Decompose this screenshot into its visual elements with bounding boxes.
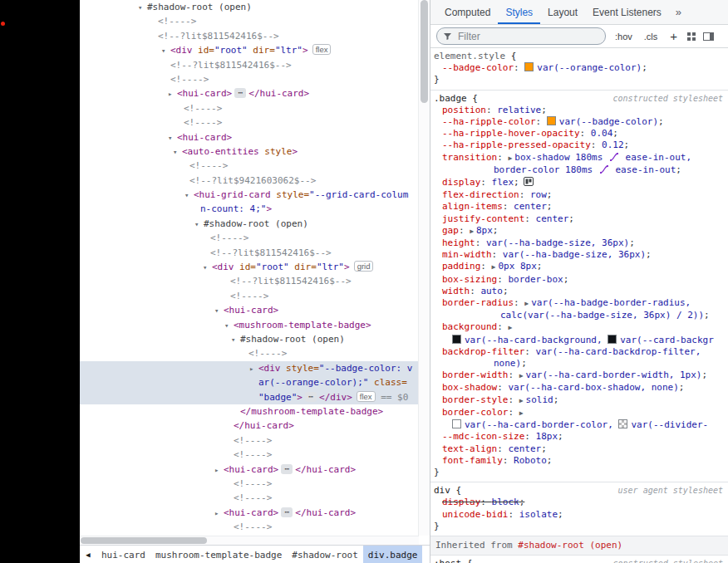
css-declaration[interactable]: calc(var(--ha-badge-size, 36px) / 2)); bbox=[430, 310, 728, 321]
grid-squares-icon[interactable] bbox=[686, 32, 696, 42]
css-declaration[interactable]: var(--ha-card-border-color, var(--divide… bbox=[430, 419, 728, 431]
tree-row[interactable]: ▾<mushroom-template-badge> bbox=[80, 318, 430, 332]
tab-styles[interactable]: Styles bbox=[498, 0, 540, 24]
expand-arrow-icon[interactable]: ▸ bbox=[214, 463, 224, 477]
tree-row[interactable]: <!----> bbox=[80, 477, 430, 491]
collapse-arrow-icon[interactable]: ▾ bbox=[224, 319, 234, 332]
css-declaration[interactable]: align-items: center; bbox=[430, 201, 728, 213]
css-declaration[interactable]: border-radius: ▶var(--ha-badge-border-ra… bbox=[430, 297, 728, 310]
expand-value-arrow-icon[interactable]: ▶ bbox=[508, 322, 512, 334]
color-swatch[interactable] bbox=[524, 62, 534, 71]
breadcrumb-item-mushroom-template-badge[interactable]: mushroom-template-badge bbox=[150, 546, 287, 563]
expand-value-arrow-icon[interactable]: ▶ bbox=[508, 153, 512, 164]
css-declaration[interactable]: gap: ▶8px; bbox=[430, 225, 728, 237]
expand-value-arrow-icon[interactable]: ▶ bbox=[519, 395, 524, 407]
color-swatch[interactable] bbox=[452, 335, 461, 344]
styles-filter-input[interactable] bbox=[456, 30, 599, 43]
tree-row[interactable]: <!----> bbox=[80, 448, 430, 462]
css-declaration[interactable]: box-sizing: border-box; bbox=[430, 274, 728, 286]
tree-row[interactable]: <!----> bbox=[80, 433, 430, 448]
collapsed-content-ellipsis[interactable]: ⋯ bbox=[305, 392, 317, 402]
css-declaration[interactable]: flex-direction: row; bbox=[430, 189, 728, 201]
breadcrumb-back-button[interactable]: ◀ bbox=[80, 546, 96, 563]
tree-row[interactable]: ▸<hui-card>⋯</hui-card> bbox=[80, 463, 430, 477]
css-declaration[interactable]: font-family: Roboto; bbox=[430, 455, 728, 467]
css-declaration[interactable]: none); bbox=[430, 358, 728, 370]
tab-layout[interactable]: Layout bbox=[540, 0, 585, 24]
tree-row[interactable]: <!----> bbox=[80, 159, 430, 173]
tree-row[interactable]: ▾<hui-card> bbox=[80, 130, 430, 144]
tree-row[interactable]: <!----> bbox=[80, 72, 430, 86]
grid-badge[interactable]: grid bbox=[354, 261, 374, 272]
vertical-scrollbar-thumb[interactable] bbox=[421, 0, 428, 103]
collapse-arrow-icon[interactable]: ▾ bbox=[231, 333, 240, 346]
tree-row[interactable]: <!--?lit$811542416$--> bbox=[80, 246, 430, 260]
tree-row[interactable]: <!--?lit$811542416$--> bbox=[80, 58, 430, 72]
tree-row[interactable]: ▾<div id="root" dir="ltr">flex bbox=[80, 43, 430, 57]
tree-vertical-scrollbar[interactable] bbox=[418, 0, 430, 536]
collapse-arrow-icon[interactable]: ▾ bbox=[203, 261, 212, 274]
pseudo-state-button[interactable]: :hov bbox=[612, 31, 635, 42]
css-declaration[interactable]: --ha-ripple-pressed-opacity: 0.12; bbox=[430, 140, 728, 151]
tree-row[interactable]: ▾<auto-entities style> bbox=[80, 144, 430, 159]
tree-row[interactable]: <!----> bbox=[80, 491, 430, 505]
css-declaration[interactable]: justify-content: center; bbox=[430, 213, 728, 225]
css-declaration[interactable]: min-width: var(--ha-badge-size, 36px); bbox=[430, 249, 728, 261]
expand-value-arrow-icon[interactable]: ▶ bbox=[470, 226, 474, 237]
tree-row[interactable]: n-count: 4;"> bbox=[80, 202, 430, 216]
inherited-node-link[interactable]: #shadow-root (open) bbox=[518, 540, 622, 551]
tree-row[interactable]: ▸<hui-card>⋯</hui-card> bbox=[80, 506, 430, 520]
flex-badge[interactable]: flex bbox=[357, 391, 376, 402]
css-declaration[interactable]: var(--ha-card-background, var(--card-bac… bbox=[430, 335, 728, 346]
flex-badge[interactable]: flex bbox=[312, 44, 332, 55]
expand-arrow-icon[interactable]: ▸ bbox=[214, 507, 224, 520]
css-declaration[interactable]: display: flex; bbox=[430, 177, 728, 189]
class-toggle-button[interactable]: .cls bbox=[642, 31, 661, 42]
css-declaration[interactable]: transition: ▶box-shadow 180ms ease-in-ou… bbox=[430, 152, 728, 164]
collapse-arrow-icon[interactable]: ▾ bbox=[214, 304, 224, 317]
color-swatch[interactable] bbox=[547, 116, 556, 125]
sidebar-toggle-icon[interactable] bbox=[703, 32, 714, 42]
color-swatch[interactable] bbox=[607, 335, 617, 344]
tree-row[interactable]: <!----> bbox=[80, 231, 430, 245]
tree-row[interactable]: </mushroom-template-badge> bbox=[80, 404, 430, 419]
collapsed-content-ellipsis[interactable]: ⋯ bbox=[234, 88, 246, 98]
tab-computed[interactable]: Computed bbox=[437, 0, 498, 24]
css-declaration[interactable]: display: block; bbox=[430, 497, 728, 508]
tree-row[interactable]: </hui-card> bbox=[80, 419, 430, 433]
new-style-rule-button[interactable]: + bbox=[667, 29, 680, 43]
breadcrumb-item-div-badge[interactable]: div.badge bbox=[363, 546, 423, 563]
tree-row[interactable]: ▾#shadow-root (open) bbox=[80, 332, 430, 346]
bezier-curve-icon[interactable] bbox=[610, 153, 618, 164]
breadcrumb-item-hui-card[interactable]: hui-card bbox=[96, 546, 150, 563]
tree-row[interactable]: ▾<hui-card> bbox=[80, 303, 430, 317]
collapse-arrow-icon[interactable]: ▾ bbox=[173, 145, 182, 159]
tree-row[interactable]: <!--?lit$811542416$--> bbox=[80, 274, 430, 288]
expand-value-arrow-icon[interactable]: ▶ bbox=[524, 298, 529, 310]
css-declaration[interactable]: border-style: ▶solid; bbox=[430, 394, 728, 407]
tab-event-listeners[interactable]: Event Listeners bbox=[585, 0, 669, 24]
tree-row[interactable]: <!--?lit$9421603062$--> bbox=[80, 174, 430, 188]
expand-value-arrow-icon[interactable]: ▶ bbox=[519, 408, 524, 419]
expand-arrow-icon[interactable]: ▸ bbox=[168, 87, 177, 100]
tree-row[interactable]: ▾<div id="root" dir="ltr">grid bbox=[80, 260, 430, 274]
tree-row[interactable]: ▸<hui-card>⋯</hui-card> bbox=[80, 86, 430, 100]
collapse-arrow-icon[interactable]: ▾ bbox=[194, 218, 204, 231]
breadcrumb-item--shadow-root[interactable]: #shadow-root bbox=[287, 546, 362, 563]
flex-editor-icon[interactable] bbox=[524, 177, 534, 189]
collapse-arrow-icon[interactable]: ▾ bbox=[138, 1, 147, 14]
collapse-arrow-icon[interactable]: ▾ bbox=[161, 44, 170, 57]
css-declaration[interactable]: --mdc-icon-size: 18px; bbox=[430, 431, 728, 443]
css-declaration[interactable]: border-color 180ms ease-in-out; bbox=[430, 164, 728, 177]
horizontal-scrollbar-thumb[interactable] bbox=[81, 537, 207, 544]
tab-overflow-chevron[interactable]: » bbox=[669, 0, 688, 24]
tree-row[interactable]: <!----> bbox=[80, 346, 430, 360]
rule-selector[interactable]: .badge bbox=[434, 93, 467, 105]
css-declaration[interactable]: backdrop-filter: var(--ha-card-backdrop-… bbox=[430, 346, 728, 358]
collapsed-content-ellipsis[interactable]: ⋯ bbox=[281, 464, 293, 474]
css-declaration[interactable]: box-shadow: var(--ha-card-box-shadow, no… bbox=[430, 382, 728, 394]
css-declaration[interactable]: border-color: ▶ bbox=[430, 407, 728, 419]
rule-selector[interactable]: element.style bbox=[434, 51, 505, 62]
expand-arrow-icon[interactable]: ▸ bbox=[249, 362, 258, 375]
rule-selector[interactable]: div bbox=[434, 485, 450, 497]
